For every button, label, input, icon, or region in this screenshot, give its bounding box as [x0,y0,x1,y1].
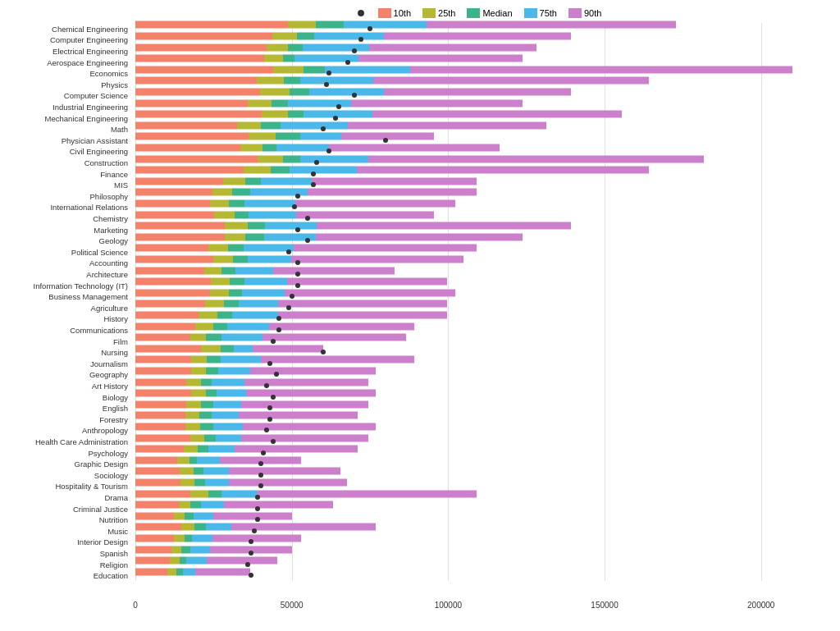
bar-segment [181,546,190,553]
bar-segment [213,400,240,408]
bar-segment [261,121,281,129]
bar-segment [308,189,477,196]
median-dot [295,260,300,265]
bar-segment [194,524,206,531]
median-dot [292,204,297,209]
bar-segment [224,501,333,509]
bar-segment [135,345,201,352]
bar-segment [211,278,230,286]
median-dot [274,372,279,377]
median-dot [311,171,316,176]
bar-segment [368,155,704,162]
bar-segment [135,111,262,118]
bar-segment [135,278,211,286]
bar-group [135,278,598,286]
bar-segment [213,512,292,519]
bar-segment [261,356,414,364]
bar-segment [135,478,180,486]
bar-group [135,133,589,140]
y-label: Finance [100,169,128,178]
bar-segment [195,322,213,330]
bar-segment [135,199,210,207]
legend-item-median: Median [467,8,512,18]
y-label: Computer Science [64,91,128,100]
median-dot [321,126,326,131]
bar-segment [190,501,200,509]
bar-segment [230,278,244,286]
bar-segment [135,167,244,174]
bar-segment [288,43,302,51]
bar-segment [185,512,194,519]
y-label: English [103,404,128,413]
bar-segment [257,490,477,497]
bar-segment [135,524,181,531]
bar-segment [206,524,232,531]
bar-segment [317,222,570,230]
bar-segment [203,468,229,475]
bar-segment [300,77,373,85]
median-dot [305,216,310,221]
y-label: Philosophy [90,191,128,200]
bar-group [135,412,527,419]
bar-segment [225,233,246,240]
y-label: Nutrition [99,515,128,524]
median-dot [321,350,326,354]
bar-segment [180,468,194,475]
bar-segment [212,189,232,196]
y-label: History [103,314,128,323]
bar-segment [239,300,279,308]
bar-segment [207,557,278,565]
bar-segment [213,255,233,263]
median-dot [267,417,272,422]
bar-segment [250,367,376,374]
y-label: Electrical Engineering [52,47,128,56]
bar-segment [303,43,370,51]
bar-segment [300,155,368,162]
bar-segment [237,121,261,129]
x-tick: 0 [133,601,138,610]
bar-segment [135,66,273,73]
bar-segment [296,211,434,218]
bar-segment [273,66,304,73]
median-dot [290,294,294,299]
bar-segment [325,66,410,73]
bar-segment [201,345,221,352]
bar-group [135,21,746,29]
bar-group [135,524,542,531]
bar-segment [135,400,186,408]
y-label: Art History [92,382,128,391]
bar-segment [235,267,274,274]
bar-segment [204,267,221,274]
bar-segment [204,434,215,441]
bar-group [135,189,620,196]
y-label: Construction [84,158,128,167]
median-dot [295,227,300,232]
y-label: Industrial Engineering [52,103,128,112]
median-dot [305,238,310,243]
bar-segment [212,378,244,386]
bar-segment [265,222,317,230]
bar-segment [245,233,264,240]
bar-segment [186,557,206,565]
bar-segment [373,77,649,85]
bar-segment [135,334,190,341]
bar-segment [261,177,312,185]
y-label: Economics [90,69,128,78]
bar-group [135,99,651,107]
bar-segment [135,88,260,95]
median-dot [336,104,341,109]
bar-segment [278,300,446,308]
median-dot [276,327,281,332]
x-grid-line [605,23,605,581]
y-label: Civil Engineering [70,147,128,156]
x-grid-line [761,23,762,581]
bar-segment [176,568,183,575]
median-dot [271,339,276,344]
bar-segment [135,189,212,196]
bar-segment [135,267,204,274]
bar-segment [221,356,261,364]
bar-segment [135,121,237,129]
y-label: Accounting [89,258,128,267]
median-dot [261,450,266,455]
bar-segment [285,289,455,296]
